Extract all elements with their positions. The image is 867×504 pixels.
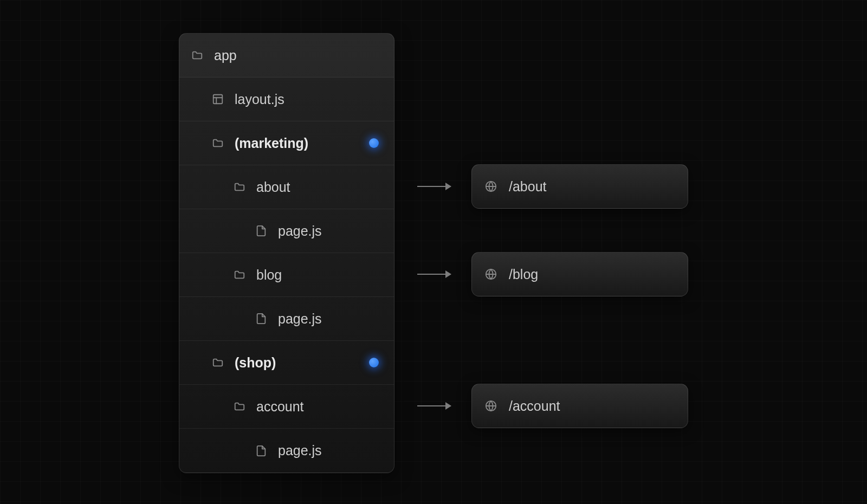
url-chip-about: /about	[471, 164, 688, 209]
folder-icon	[234, 400, 245, 412]
file-tree-panel: app layout.js (marketing) about	[179, 33, 394, 473]
diagram-canvas: app layout.js (marketing) about	[0, 0, 867, 504]
url-path: /about	[509, 179, 547, 195]
svg-rect-0	[213, 95, 223, 104]
tree-row-label: about	[256, 179, 382, 195]
tree-row-label: page.js	[278, 311, 382, 327]
folder-icon	[191, 49, 203, 61]
tree-row-label: account	[256, 399, 382, 415]
folder-icon	[234, 181, 245, 193]
tree-row-shop: (shop)	[179, 341, 394, 385]
tree-row-label: (marketing)	[235, 135, 369, 151]
layout-icon	[212, 93, 224, 105]
url-path: /account	[509, 398, 560, 414]
url-chip-blog: /blog	[471, 252, 688, 296]
tree-row-label: page.js	[278, 223, 382, 239]
arrow-icon	[417, 274, 451, 275]
tree-row-label: layout.js	[235, 92, 382, 107]
tree-row-label: page.js	[278, 443, 382, 458]
tree-row-blog: blog	[179, 253, 394, 297]
globe-icon	[485, 268, 497, 280]
tree-row-layout: layout.js	[179, 77, 394, 121]
folder-icon	[212, 137, 224, 149]
tree-root-label: app	[214, 48, 382, 63]
url-chip-account: /account	[471, 384, 688, 428]
file-icon	[255, 445, 267, 457]
arrow-icon	[417, 405, 451, 406]
folder-icon	[234, 269, 245, 281]
tree-row-marketing: (marketing)	[179, 121, 394, 165]
globe-icon	[485, 180, 497, 192]
tree-row-about: about	[179, 165, 394, 209]
globe-icon	[485, 400, 497, 412]
tree-row-label: (shop)	[235, 355, 369, 371]
tree-row-blog-page: page.js	[179, 297, 394, 341]
url-path: /blog	[509, 267, 538, 282]
tree-row-about-page: page.js	[179, 209, 394, 253]
route-group-indicator-dot	[369, 138, 379, 148]
arrow-icon	[417, 186, 451, 187]
file-icon	[255, 313, 267, 325]
route-group-indicator-dot	[369, 358, 379, 367]
folder-icon	[212, 357, 224, 369]
tree-row-label: blog	[256, 267, 382, 283]
file-icon	[255, 225, 267, 237]
tree-row-account: account	[179, 385, 394, 429]
tree-row-account-page: page.js	[179, 429, 394, 473]
tree-root-row: app	[179, 34, 394, 77]
